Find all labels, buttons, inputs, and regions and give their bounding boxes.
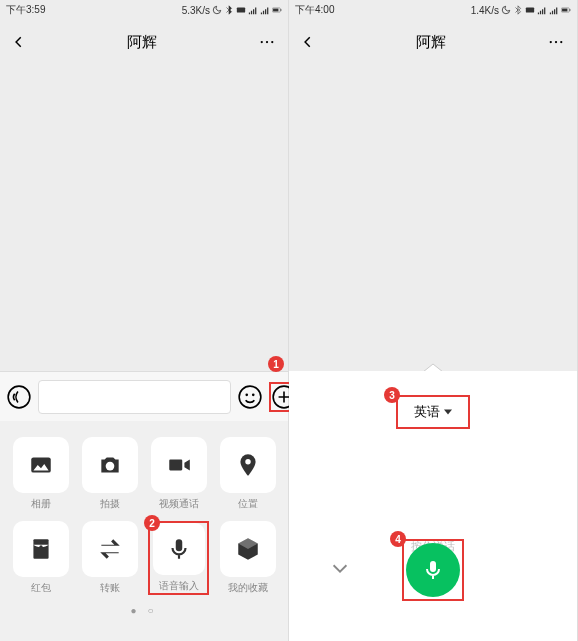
- mic-button-highlight: 4: [402, 539, 464, 601]
- bluetooth-icon: [513, 5, 523, 15]
- mic-icon: [421, 558, 445, 582]
- status-speed: 1.4K/s: [471, 5, 499, 16]
- transfer-icon: [97, 536, 123, 562]
- battery-icon: [561, 5, 571, 15]
- status-time: 下午4:00: [295, 3, 334, 17]
- signal-icon: [537, 5, 547, 15]
- svg-point-9: [245, 393, 248, 396]
- input-bar: [0, 371, 288, 421]
- red-packet-icon: [28, 536, 54, 562]
- grid-item-transfer[interactable]: 转账: [79, 521, 140, 595]
- annotation-badge-2: 2: [144, 515, 160, 531]
- svg-point-5: [266, 41, 268, 43]
- voice-toggle-button[interactable]: [6, 382, 32, 412]
- page-indicator: ● ○: [10, 605, 278, 616]
- chat-messages-area[interactable]: [0, 64, 288, 371]
- svg-rect-16: [33, 539, 48, 559]
- nav-bar: 阿辉: [289, 20, 577, 64]
- grid-item-red-packet[interactable]: 红包: [10, 521, 71, 595]
- svg-point-10: [252, 393, 255, 396]
- hold-to-talk-button[interactable]: [406, 543, 460, 597]
- more-button[interactable]: [258, 33, 276, 51]
- cube-icon: [235, 536, 261, 562]
- svg-point-8: [239, 386, 261, 408]
- mic-icon: [166, 536, 192, 562]
- album-icon: [28, 452, 54, 478]
- battery-icon: [272, 5, 282, 15]
- grid-label: 视频通话: [159, 497, 199, 511]
- chat-title: 阿辉: [127, 33, 157, 52]
- status-time: 下午3:59: [6, 3, 45, 17]
- nav-bar: 阿辉: [0, 20, 288, 64]
- signal-icon: [248, 5, 258, 15]
- attachment-panel: 相册 拍摄 视频通话 位置 红包 转账 2: [0, 421, 288, 641]
- grid-item-video-call[interactable]: 视频通话: [148, 437, 209, 511]
- emoji-button[interactable]: [237, 382, 263, 412]
- language-label: 英语: [414, 403, 440, 421]
- grid-label: 我的收藏: [228, 581, 268, 595]
- svg-point-24: [555, 41, 557, 43]
- back-button[interactable]: [12, 35, 26, 49]
- video-icon: [166, 452, 192, 478]
- screen-left: 1 下午3:59 5.3K/s 阿辉: [0, 0, 289, 641]
- grid-item-location[interactable]: 位置: [217, 437, 278, 511]
- location-icon: [235, 452, 261, 478]
- svg-point-25: [560, 41, 562, 43]
- collapse-button[interactable]: [329, 557, 351, 583]
- grid-label: 转账: [100, 581, 120, 595]
- grid-item-album[interactable]: 相册: [10, 437, 71, 511]
- signal-icon-2: [260, 5, 270, 15]
- svg-point-13: [105, 462, 114, 471]
- chat-messages-area[interactable]: [289, 64, 577, 371]
- grid-label: 语音输入: [159, 579, 199, 593]
- chat-title: 阿辉: [416, 33, 446, 52]
- grid-item-voice-input[interactable]: 2 语音输入: [148, 521, 209, 595]
- camera-icon: [97, 452, 123, 478]
- svg-rect-2: [273, 9, 278, 12]
- status-speed: 5.3K/s: [182, 5, 210, 16]
- status-bar: 下午4:00 1.4K/s: [289, 0, 577, 20]
- svg-point-17: [39, 545, 42, 548]
- svg-rect-21: [562, 9, 567, 12]
- annotation-badge-1: 1: [268, 356, 284, 372]
- svg-point-23: [550, 41, 552, 43]
- hd-icon: [525, 5, 535, 15]
- more-button[interactable]: [547, 33, 565, 51]
- svg-rect-0: [237, 8, 245, 13]
- grid-item-favorites[interactable]: 我的收藏: [217, 521, 278, 595]
- svg-point-7: [8, 386, 30, 408]
- grid-label: 相册: [31, 497, 51, 511]
- grid-label: 位置: [238, 497, 258, 511]
- grid-label: 红包: [31, 581, 51, 595]
- back-button[interactable]: [301, 35, 315, 49]
- bluetooth-icon: [224, 5, 234, 15]
- signal-icon-2: [549, 5, 559, 15]
- svg-point-15: [245, 459, 250, 464]
- svg-point-4: [261, 41, 263, 43]
- grid-label: 拍摄: [100, 497, 120, 511]
- svg-rect-26: [430, 561, 436, 572]
- svg-point-6: [271, 41, 273, 43]
- screen-right: 下午4:00 1.4K/s 阿辉 3 英语 按住说话: [289, 0, 578, 641]
- message-input[interactable]: [38, 380, 231, 414]
- annotation-badge-4: 4: [390, 531, 406, 547]
- moon-icon: [501, 5, 511, 15]
- svg-rect-22: [570, 9, 571, 11]
- status-bar: 下午3:59 5.3K/s: [0, 0, 288, 20]
- svg-rect-3: [281, 9, 282, 11]
- svg-rect-18: [175, 539, 182, 551]
- dropdown-icon: [444, 408, 452, 416]
- voice-input-panel: 3 英语 按住说话 4: [289, 371, 577, 641]
- svg-rect-19: [526, 8, 534, 13]
- svg-rect-14: [169, 460, 182, 471]
- annotation-badge-3: 3: [384, 387, 400, 403]
- grid-item-camera[interactable]: 拍摄: [79, 437, 140, 511]
- hd-icon: [236, 5, 246, 15]
- moon-icon: [212, 5, 222, 15]
- language-selector[interactable]: 3 英语: [396, 395, 470, 429]
